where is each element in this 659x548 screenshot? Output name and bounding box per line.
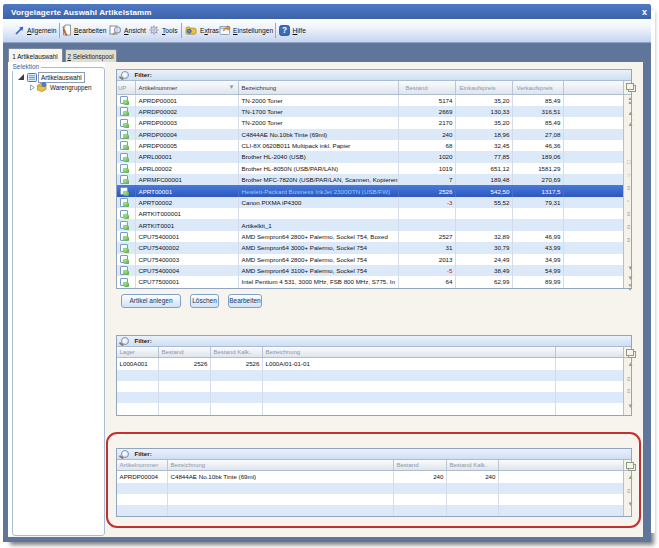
svg-text:?: ? — [281, 26, 286, 35]
